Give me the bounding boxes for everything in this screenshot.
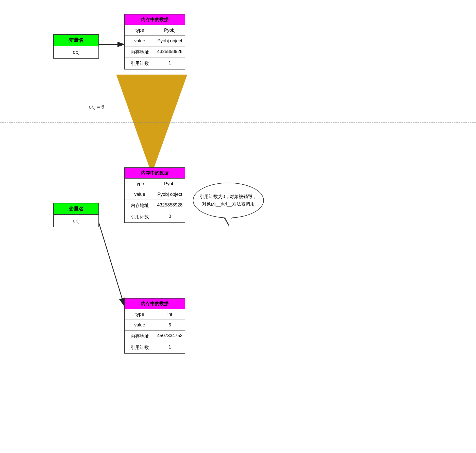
cell-key: value [125,36,155,46]
section2-var-header: 变量名 [54,203,98,215]
cell-value: Pyobj object [155,189,185,200]
section1-mem-table: 内存中的数据 type Pyobj value Pyobj object 内存地… [124,14,185,69]
cell-key: type [125,309,155,320]
table-row: value 6 [125,320,185,330]
cell-key: 引用计数 [125,342,155,353]
diagram-container: 变量名 obj 内存中的数据 type Pyobj value Pyobj ob… [0,0,476,453]
section1-var-box: 变量名 obj [53,34,99,59]
section2-var-box: 变量名 obj [53,203,99,227]
cell-value: 4325858928 [155,46,185,58]
dashed-divider [0,122,476,123]
speech-bubble: 引用计数为0，对象被销毁，对象的__del__方法被调用 [193,183,264,218]
assign-label: obj = 6 [89,104,104,110]
cell-key: 内存地址 [125,46,155,58]
cell-value: 1 [155,58,185,69]
cell-value: 4507334752 [155,330,185,342]
cell-value: 6 [155,320,185,330]
cell-value: 1 [155,342,185,353]
section2-mem-table: 内存中的数据 type Pyobj value Pyobj object 内存地… [124,167,185,223]
table-row: 内存地址 4507334752 [125,330,185,342]
cell-key: value [125,189,155,200]
cell-value: Pyobj [155,25,185,36]
section1-var-value: obj [54,46,98,58]
table-row: value Pyobj object [125,36,185,46]
section1-mem-title: 内存中的数据 [125,14,185,25]
svg-line-5 [99,223,124,306]
section3-mem-title: 内存中的数据 [125,299,185,309]
table-row: type Pyobj [125,25,185,36]
cell-value: int [155,309,185,320]
bubble-text: 引用计数为0，对象被销毁，对象的__del__方法被调用 [198,193,258,208]
cell-value: 4325858928 [155,200,185,211]
table-row: 引用计数 1 [125,58,185,69]
cell-key: 引用计数 [125,211,155,222]
section2-mem-title: 内存中的数据 [125,168,185,179]
cell-key: type [125,179,155,189]
section1-var-header: 变量名 [54,35,98,46]
cell-key: type [125,25,155,36]
cell-key: 内存地址 [125,330,155,342]
table-row: 引用计数 0 [125,211,185,222]
table-row: 内存地址 4325858928 [125,200,185,211]
cell-value: Pyobj [155,179,185,189]
cell-value: 0 [155,211,185,222]
table-row: type int [125,309,185,320]
table-row: type Pyobj [125,179,185,189]
cell-key: value [125,320,155,330]
section2-var-value: obj [54,215,98,227]
cell-key: 引用计数 [125,58,155,69]
section3-mem-table: 内存中的数据 type int value 6 内存地址 4507334752 … [124,298,185,354]
table-row: 引用计数 1 [125,342,185,353]
table-row: value Pyobj object [125,189,185,200]
cell-value: Pyobj object [155,36,185,46]
table-row: 内存地址 4325858928 [125,46,185,58]
cell-key: 内存地址 [125,200,155,211]
